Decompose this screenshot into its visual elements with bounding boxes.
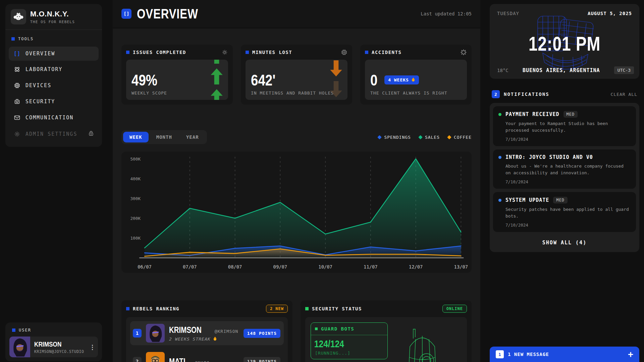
overview-brackets-icon: []	[121, 9, 131, 19]
weekday: TUESDAY	[497, 11, 519, 16]
green-square-icon	[315, 327, 318, 330]
notification-intro[interactable]: INTRO: JOYCO STUDIO AND V0 About us - We…	[493, 149, 636, 189]
message-text: 1 NEW MESSAGE	[508, 352, 549, 357]
diamond-icon	[378, 135, 382, 139]
sidebar-item-admin-settings[interactable]: ADMIN SETTINGS	[9, 126, 99, 141]
location: BUENOS AIRES, ARGENTINA	[508, 67, 614, 73]
clear-all-button[interactable]: CLEAR ALL	[611, 92, 637, 97]
notification-date: 7/10/2024	[505, 179, 631, 184]
tools-section-label: TOOLS	[5, 34, 102, 45]
plus-icon[interactable]: +	[628, 350, 633, 359]
minutes-lost-value: 642'	[251, 72, 326, 88]
robot-icon	[13, 98, 21, 105]
sidebar-item-communication[interactable]: COMMUNICATION	[9, 110, 99, 125]
date: AUGUST 5, 2025	[588, 11, 632, 16]
sidebar-item-security[interactable]: SECURITY	[9, 94, 99, 109]
sidebar-item-laboratory[interactable]: LABORATORY	[9, 62, 99, 77]
svg-text:400K: 400K	[130, 176, 141, 181]
notification-count-badge: 2	[492, 90, 500, 98]
tab-week[interactable]: WEEK	[123, 132, 149, 142]
activity-chart-panel: 100K200K300K400K500K06/0707/0708/0709/07…	[121, 152, 472, 273]
clock-card: TUESDAY AUGUST 5, 2025 12:01 PM 18°C BUE…	[490, 4, 639, 79]
notification-body: Security patches have been applied to al…	[505, 206, 631, 219]
notification-body: Your payment to Rampant Studio has been …	[505, 120, 631, 133]
points-badge: 129 POINTS	[244, 357, 280, 362]
blue-square-icon	[11, 37, 15, 41]
accidents-subtitle: THE CLIENT ALWAYS IS RIGHT	[370, 90, 462, 96]
diamond-icon	[418, 135, 423, 139]
burst-icon[interactable]	[460, 49, 467, 56]
accidents-value: 0	[370, 72, 377, 88]
svg-text:10/07: 10/07	[318, 264, 332, 269]
svg-text:12/07: 12/07	[409, 264, 423, 269]
rebels-ranking-card: REBELS RANKING 2 NEW 1	[121, 300, 292, 362]
rebel-handle: @MATI	[195, 360, 210, 362]
stat-card-accidents: ACCIDENTS 0 4 WEEKS THE CLIENT ALWAYS IS…	[360, 45, 472, 105]
activity-chart: 100K200K300K400K500K06/0707/0708/0709/07…	[124, 154, 469, 273]
guard-bots-value: 124/124	[311, 335, 347, 350]
stat-cards: ISSUES COMPLETED 49% WEEKLY SCOPE	[121, 45, 472, 105]
sidebar-nav-card: M.O.N.K.Y. THE OS FOR REBELS TOOLS [] OV…	[5, 4, 102, 147]
sidebar: M.O.N.K.Y. THE OS FOR REBELS TOOLS [] OV…	[5, 4, 102, 147]
page-title: OVERVIEW	[137, 6, 198, 21]
rebel-name: KRIMSON	[169, 325, 202, 335]
notification-payment-received[interactable]: PAYMENT RECEIVED MED Your payment to Ram…	[493, 106, 636, 146]
tab-year[interactable]: YEAR	[180, 132, 205, 142]
user-profile[interactable]: KRIMSON KRIMSON@JOYCO.STUDIO ⋮	[9, 337, 98, 357]
gear-icon	[13, 131, 21, 137]
user-email: KRIMSON@JOYCO.STUDIO	[34, 349, 84, 354]
online-badge: ONLINE	[442, 305, 467, 313]
gear-icon[interactable]	[221, 49, 228, 56]
fire-icon	[411, 77, 415, 82]
priority-tag: MED	[564, 111, 578, 118]
rank-number: 2	[133, 357, 142, 362]
mail-icon	[13, 114, 21, 121]
app-tagline: THE OS FOR REBELS	[30, 20, 75, 24]
points-badge: 148 POINTS	[244, 329, 280, 338]
sidebar-item-overview[interactable]: [] OVERVIEW	[9, 47, 99, 61]
avatar	[9, 337, 30, 357]
notification-date: 7/10/2024	[505, 137, 631, 142]
svg-text:500K: 500K	[130, 157, 141, 162]
ranking-row-2[interactable]: 2 MATI	[130, 349, 284, 362]
chip-icon[interactable]	[341, 49, 347, 56]
ranking-row-1[interactable]: 1 KRIMSON @KRIMSON	[130, 321, 284, 345]
sidebar-item-devices[interactable]: DEVICES	[9, 78, 99, 93]
svg-text:06/07: 06/07	[138, 264, 151, 269]
blue-square-icon	[12, 328, 15, 332]
svg-text:300K: 300K	[130, 196, 141, 201]
fire-icon	[213, 337, 217, 342]
rank-number: 1	[133, 329, 142, 338]
rebel-handle: @KRIMSON	[215, 329, 238, 334]
notification-system-update[interactable]: SYSTEM UPDATE MED Security patches have …	[493, 192, 636, 232]
user-name: KRIMSON	[34, 340, 61, 348]
temperature: 18°C	[497, 68, 508, 73]
security-title: SECURITY STATUS	[312, 306, 362, 311]
show-all-button[interactable]: SHOW ALL (4)	[493, 235, 636, 249]
logo: M.O.N.K.Y. THE OS FOR REBELS	[5, 4, 102, 29]
legend-coffee: COFFEE	[448, 135, 472, 140]
timezone-badge: UTC-3	[614, 66, 634, 74]
kebab-menu-icon[interactable]: ⋮	[88, 342, 97, 352]
notification-date: 7/10/2024	[505, 223, 631, 228]
blue-square-icon	[365, 51, 368, 54]
blue-square-icon	[126, 307, 129, 310]
wireframe-bot-icon	[397, 320, 447, 362]
chart-legend: SPENDINGS SALES COFFEE	[378, 135, 472, 140]
guard-bots-box: GUARD BOTS 124/124 [RUNNING...]	[311, 322, 388, 359]
user-card: USER KRIMSON KRIMSON@JOYCO.STUDIO ⋮	[5, 322, 102, 361]
new-message-bar[interactable]: 1 1 NEW MESSAGE +	[490, 347, 639, 362]
issues-completed-value: 49%	[131, 72, 206, 88]
blue-square-icon	[126, 51, 129, 54]
brackets-icon: []	[13, 51, 21, 57]
lock-icon	[88, 130, 94, 137]
legend-sales: SALES	[419, 135, 440, 140]
svg-text:08/07: 08/07	[228, 264, 242, 269]
legend-spendings: SPENDINGS	[378, 135, 411, 140]
svg-text:11/07: 11/07	[364, 264, 377, 269]
notifications-list: PAYMENT RECEIVED MED Your payment to Ram…	[490, 103, 639, 252]
notification-body: About us - We're a healthcare company fo…	[505, 163, 631, 176]
tab-month[interactable]: MONTH	[150, 132, 178, 142]
svg-text:07/07: 07/07	[183, 264, 197, 269]
atom-icon	[13, 66, 21, 73]
